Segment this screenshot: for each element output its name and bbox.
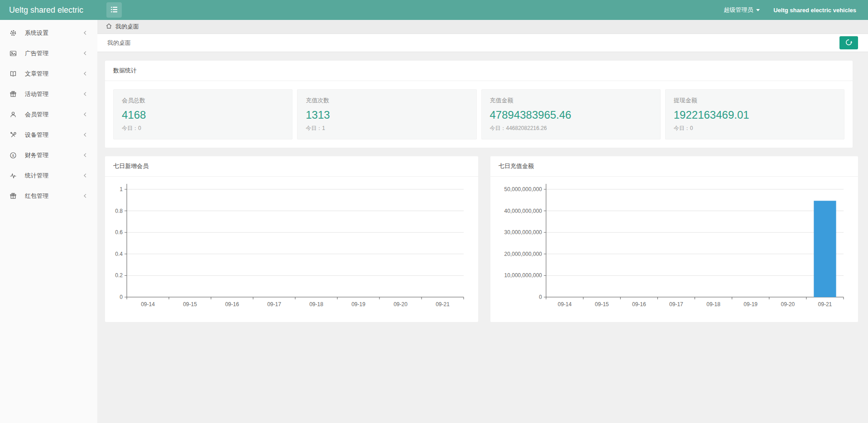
stat-card-label: 提现金额 [674, 96, 836, 105]
refresh-icon [845, 38, 853, 48]
chevron-left-icon [82, 152, 88, 158]
sidebar-item-ads[interactable]: 广告管理 [0, 43, 97, 63]
axis-tick-label: 09-21 [818, 301, 832, 308]
book-icon [9, 70, 17, 77]
axis-tick-label: 50,000,000,000 [504, 186, 542, 192]
sidebar-item-redpacket[interactable]: 红包管理 [0, 186, 97, 206]
stat-card-value: 4168 [122, 109, 284, 121]
bar-chart-recharge-amount: 50,000,000,00040,000,000,00030,000,000,0… [490, 177, 858, 317]
chevron-left-icon [82, 50, 88, 56]
axis-tick-label: 0.4 [115, 251, 123, 257]
sidebar-item-label: 红包管理 [25, 192, 82, 200]
charts-row: 七日新增会员 10.80.60.40.2009-1409-1509-1609-1… [105, 156, 853, 322]
sidebar-item-label: 统计管理 [25, 172, 82, 180]
admin-role-dropdown[interactable]: 超级管理员 [724, 6, 760, 14]
wrench-icon [9, 131, 17, 139]
axis-tick-label: 0 [539, 294, 542, 300]
axis-tick-label: 09-15 [183, 301, 197, 308]
bar-chart-canvas: 50,000,000,00040,000,000,00030,000,000,0… [493, 180, 855, 316]
svg-text:$: $ [12, 153, 14, 157]
stat-card-value: 1313 [306, 109, 468, 121]
sidebar-item-activities[interactable]: 活动管理 [0, 84, 97, 104]
stat-card-today: 今日：0 [122, 125, 284, 132]
admin-role-label: 超级管理员 [724, 6, 753, 14]
sidebar-menu: 系统设置广告管理文章管理活动管理会员管理设备管理$财务管理统计管理红包管理 [0, 23, 97, 206]
stats-panel: 数据统计 会员总数4168今日：0充值次数1313今日：1充值金额4789438… [105, 61, 853, 148]
sidebar-item-statistics[interactable]: 统计管理 [0, 165, 97, 186]
axis-tick-label: 09-14 [558, 301, 572, 308]
sidebar-item-settings[interactable]: 系统设置 [0, 23, 97, 43]
chevron-left-icon [82, 193, 88, 199]
line-chart-canvas: 10.80.60.40.2009-1409-1509-1609-1709-180… [108, 180, 475, 316]
image-icon [9, 50, 17, 57]
axis-tick-label: 09-16 [632, 301, 646, 308]
stat-cards-row: 会员总数4168今日：0充值次数1313今日：1充值金额47894383965.… [105, 81, 853, 139]
bar-09-21 [814, 201, 836, 297]
gear-icon [9, 29, 17, 37]
stat-card-value: 1922163469.01 [674, 109, 836, 121]
sidebar-item-label: 活动管理 [25, 90, 82, 98]
sidebar-item-label: 广告管理 [25, 49, 82, 58]
stat-card-today: 今日：1 [306, 125, 468, 132]
breadcrumb: 我的桌面 [97, 20, 868, 34]
axis-tick-label: 0.6 [115, 229, 123, 236]
axis-tick-label: 09-18 [706, 301, 720, 308]
axis-tick-label: 09-20 [393, 301, 408, 308]
sidebar-item-label: 文章管理 [25, 70, 82, 78]
stat-card: 充值金额47894383965.46今日：44682082216.26 [481, 89, 661, 139]
topbar-right-group: 超级管理员 Ueltg shared electric vehicles [724, 6, 868, 14]
stat-card: 充值次数1313今日：1 [297, 89, 476, 139]
chart-title: 七日充值金额 [490, 156, 858, 177]
page-content: 数据统计 会员总数4168今日：0充值次数1313今日：1充值金额4789438… [97, 52, 868, 423]
pulse-icon [9, 172, 17, 179]
chevron-left-icon [82, 71, 88, 77]
sidebar-item-finance[interactable]: $财务管理 [0, 145, 97, 165]
app-title: Ueltg shared electric [0, 5, 97, 15]
sidebar-item-label: 财务管理 [25, 151, 82, 159]
chart-panel-new-members: 七日新增会员 10.80.60.40.2009-1409-1509-1609-1… [105, 156, 478, 322]
axis-tick-label: 09-15 [595, 301, 609, 308]
sidebar-item-devices[interactable]: 设备管理 [0, 125, 97, 145]
axis-tick-label: 09-17 [267, 301, 281, 308]
top-header-bar: Ueltg shared electric 超级管理员 Ueltg shared… [0, 0, 868, 20]
hamburger-menu-button[interactable] [106, 2, 122, 18]
axis-tick-label: 0 [120, 294, 123, 300]
stat-card-label: 充值金额 [490, 96, 652, 105]
axis-tick-label: 0.8 [115, 208, 123, 214]
sidebar-item-label: 设备管理 [25, 131, 82, 139]
stat-card-label: 会员总数 [122, 96, 284, 105]
tab-my-desktop[interactable]: 我的桌面 [107, 39, 131, 47]
axis-tick-label: 0.2 [115, 272, 123, 279]
stat-card-value: 47894383965.46 [490, 109, 652, 121]
sidebar-item-label: 系统设置 [25, 29, 82, 37]
chart-panel-recharge-amount: 七日充值金额 50,000,000,00040,000,000,00030,00… [490, 156, 858, 322]
stat-card-today: 今日：0 [674, 125, 836, 132]
dollar-icon: $ [9, 152, 17, 159]
sidebar: 系统设置广告管理文章管理活动管理会员管理设备管理$财务管理统计管理红包管理 [0, 20, 97, 423]
tab-bar: 我的桌面 [97, 34, 868, 52]
user-icon [9, 111, 17, 118]
stat-card: 会员总数4168今日：0 [113, 89, 293, 139]
breadcrumb-label: 我的桌面 [115, 23, 139, 31]
sidebar-item-articles[interactable]: 文章管理 [0, 63, 97, 84]
axis-tick-label: 09-19 [743, 301, 758, 308]
axis-tick-label: 09-16 [225, 301, 239, 308]
main-layout: 系统设置广告管理文章管理活动管理会员管理设备管理$财务管理统计管理红包管理 我的… [0, 20, 868, 423]
axis-tick-label: 09-21 [436, 301, 450, 308]
axis-tick-label: 09-19 [351, 301, 365, 308]
chevron-left-icon [82, 173, 88, 178]
refresh-button[interactable] [839, 36, 858, 49]
stat-card: 提现金额1922163469.01今日：0 [665, 89, 844, 139]
axis-tick-label: 30,000,000,000 [504, 229, 542, 236]
chevron-left-icon [82, 91, 88, 97]
stats-section-title: 数据统计 [105, 61, 853, 81]
home-icon [106, 23, 112, 31]
stat-card-today: 今日：44682082216.26 [490, 125, 652, 132]
hamburger-icon [110, 6, 118, 14]
stat-card-label: 充值次数 [306, 96, 468, 105]
axis-tick-label: 09-20 [781, 301, 795, 308]
axis-tick-label: 10,000,000,000 [504, 272, 542, 279]
sidebar-item-label: 会员管理 [25, 111, 82, 119]
sidebar-item-members[interactable]: 会员管理 [0, 104, 97, 125]
site-name-link[interactable]: Ueltg shared electric vehicles [773, 7, 856, 14]
